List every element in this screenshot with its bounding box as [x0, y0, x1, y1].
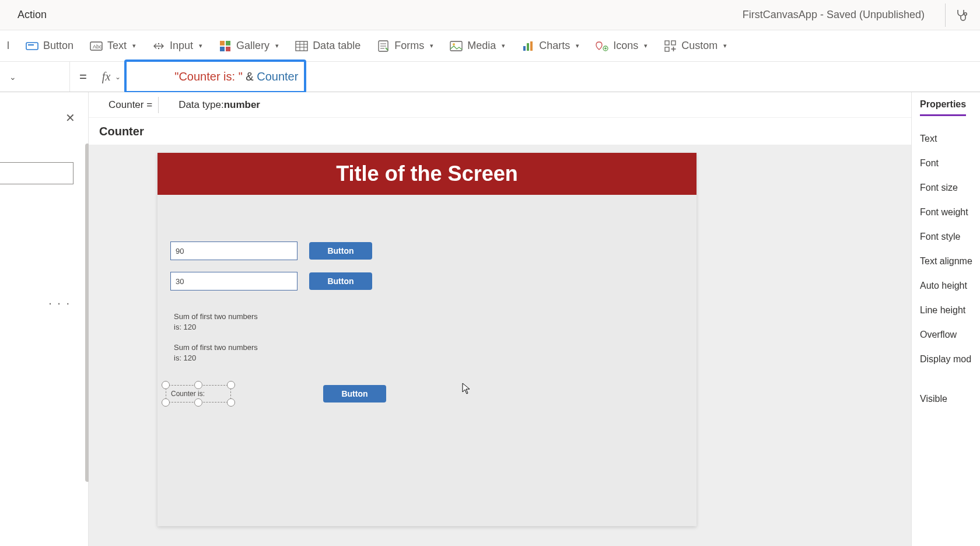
data-table-icon — [295, 40, 308, 52]
properties-tab[interactable]: Properties — [920, 99, 966, 116]
chevron-down-icon: ⌄ — [9, 72, 16, 82]
app-save-status: FirstCanvasApp - Saved (Unpublished) — [743, 9, 925, 21]
intellisense-bar: Counter = Data type: number — [89, 92, 911, 118]
text-input-2[interactable] — [170, 272, 298, 290]
selected-label-control[interactable]: Counter is: — [166, 385, 231, 402]
svg-rect-9 — [220, 47, 225, 51]
ribbon-item-charts[interactable]: Charts▾ — [522, 40, 579, 52]
chevron-down-icon: ▾ — [644, 42, 648, 50]
ribbon-item-button[interactable]: Button — [26, 40, 74, 52]
intellisense-type: Data type: number — [173, 97, 266, 113]
ribbon-item-gallery[interactable]: Gallery▾ — [219, 40, 279, 52]
charts-icon — [522, 40, 534, 52]
prop-auto-height[interactable]: Auto height — [920, 274, 980, 298]
resize-handle[interactable] — [227, 381, 235, 389]
ribbon-item-text[interactable]: Abc Text▾ — [90, 40, 136, 52]
equals-sign: = — [70, 69, 96, 85]
formula-operator: & — [243, 70, 257, 83]
chevron-down-icon: ▾ — [576, 42, 579, 50]
app-checker-icon[interactable] — [954, 8, 968, 22]
svg-rect-10 — [226, 47, 230, 51]
chevron-down-icon: ▾ — [502, 42, 505, 50]
prop-visible[interactable]: Visible — [920, 387, 980, 411]
formula-variable: Counter — [257, 70, 298, 83]
chevron-down-icon: ▾ — [275, 42, 279, 50]
canvas-stage[interactable]: Title of the Screen Button Button Sum of… — [158, 153, 696, 526]
formula-bar: ⌄ = fx ⌄ "Counter is: " & Counter — [0, 62, 980, 92]
svg-rect-21 — [665, 47, 669, 51]
custom-icon — [664, 40, 677, 52]
ribbon-item-forms[interactable]: Forms▾ — [377, 40, 433, 52]
more-options-icon[interactable]: · · · — [48, 296, 71, 310]
button-2[interactable]: Button — [309, 272, 372, 290]
text-input-1[interactable] — [170, 242, 298, 260]
prop-line-height[interactable]: Line height — [920, 298, 980, 323]
svg-point-14 — [453, 43, 455, 46]
text-icon: Abc — [90, 40, 103, 52]
ribbon-item-input[interactable]: Input▾ — [152, 40, 202, 52]
svg-rect-1 — [26, 43, 38, 50]
ribbon-item-data-table[interactable]: Data table — [295, 40, 360, 52]
media-icon — [450, 40, 463, 52]
svg-rect-11 — [296, 41, 307, 51]
button-3[interactable]: Button — [323, 385, 386, 402]
svg-rect-8 — [226, 41, 230, 46]
prop-display-mode[interactable]: Display mod — [920, 347, 980, 372]
svg-text:Abc: Abc — [93, 44, 102, 50]
prop-overflow[interactable]: Overflow — [920, 323, 980, 347]
close-icon[interactable]: ✕ — [65, 111, 75, 125]
svg-point-0 — [964, 12, 967, 15]
svg-rect-20 — [671, 41, 676, 45]
intellisense-var: Counter = — [103, 97, 159, 113]
sum-label-2: Sum of first two numbers is: 120 — [174, 342, 261, 363]
svg-rect-16 — [527, 43, 529, 51]
fx-button[interactable]: fx ⌄ — [96, 62, 127, 92]
prop-text[interactable]: Text — [920, 127, 980, 151]
button-icon — [26, 40, 38, 52]
resize-handle[interactable] — [194, 398, 202, 407]
fx-icon: fx — [102, 70, 110, 83]
svg-rect-13 — [450, 41, 462, 51]
property-selector[interactable]: ⌄ — [0, 62, 70, 92]
gallery-icon — [219, 40, 232, 52]
forms-icon — [377, 40, 390, 52]
tree-search-input[interactable] — [0, 162, 74, 184]
svg-rect-2 — [28, 44, 34, 46]
selected-label-text: Counter is: — [171, 390, 205, 398]
ribbon-item-label-partial[interactable]: l — [7, 40, 9, 52]
chevron-down-icon: ▾ — [132, 42, 136, 50]
svg-point-6 — [158, 47, 159, 48]
prop-font-style[interactable]: Font style — [920, 225, 980, 249]
sum-label-1: Sum of first two numbers is: 120 — [174, 312, 261, 332]
canvas-area: Counter = Data type: number Counter Titl… — [89, 92, 911, 546]
breadcrumb[interactable]: Counter — [89, 118, 911, 145]
resize-handle[interactable] — [162, 398, 170, 407]
svg-rect-7 — [220, 41, 225, 46]
svg-rect-19 — [665, 41, 669, 45]
screen-title-label: Title of the Screen — [158, 153, 696, 195]
formula-string-literal: "Counter is: " — [174, 70, 242, 83]
ribbon-tab-action[interactable]: Action — [18, 9, 47, 21]
icons-icon — [596, 40, 608, 52]
button-1[interactable]: Button — [309, 242, 372, 260]
svg-point-5 — [158, 43, 159, 44]
ribbon-item-icons[interactable]: Icons▾ — [596, 40, 648, 52]
prop-font[interactable]: Font — [920, 151, 980, 176]
prop-text-alignment[interactable]: Text alignme — [920, 249, 980, 274]
title-bar: Action FirstCanvasApp - Saved (Unpublish… — [0, 0, 980, 30]
resize-handle[interactable] — [227, 398, 235, 407]
chevron-down-icon: ⌄ — [115, 73, 121, 81]
ribbon-item-media[interactable]: Media▾ — [450, 40, 505, 52]
ribbon-item-custom[interactable]: Custom▾ — [664, 40, 727, 52]
formula-input[interactable]: "Counter is: " & Counter — [127, 62, 980, 92]
chevron-down-icon: ▾ — [723, 42, 727, 50]
tree-view-panel: ✕ · · · — [0, 92, 89, 546]
svg-rect-15 — [523, 46, 526, 51]
prop-font-size[interactable]: Font size — [920, 176, 980, 200]
properties-panel: Properties Text Font Font size Font weig… — [911, 92, 980, 546]
chevron-down-icon: ▾ — [430, 42, 433, 50]
svg-rect-17 — [530, 41, 533, 51]
prop-font-weight[interactable]: Font weight — [920, 200, 980, 225]
chevron-down-icon: ▾ — [199, 42, 202, 50]
input-icon — [152, 40, 165, 52]
